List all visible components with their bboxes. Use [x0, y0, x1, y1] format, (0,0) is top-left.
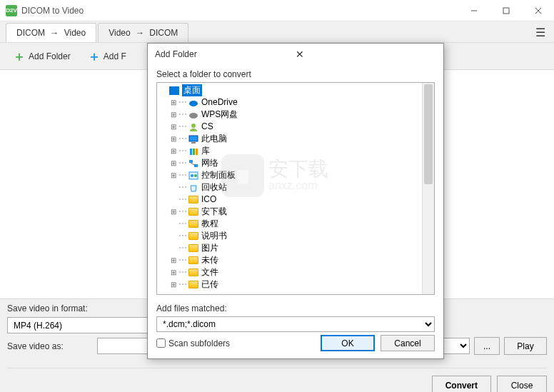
tree-item[interactable]: ⊞⋯控制面板 — [158, 169, 433, 181]
dialog-title-text: Add Folder — [155, 49, 290, 59]
control-icon — [188, 171, 199, 181]
tree-item[interactable]: ⊞⋯CS — [158, 121, 433, 133]
scan-subfolders-checkbox[interactable] — [156, 338, 166, 348]
dialog-close-icon[interactable]: ✕ — [290, 46, 436, 63]
tree-item[interactable]: 桌面 — [158, 84, 433, 96]
network-icon — [188, 159, 199, 169]
match-label: Add files matched: — [156, 303, 227, 313]
tree-item[interactable]: ⋯回收站 — [158, 181, 433, 194]
folder-tree[interactable]: 桌面⊞⋯OneDrive⊞⋯WPS网盘⊞⋯CS⊞⋯此电脑⊞⋯库⊞⋯网络⊞⋯控制面… — [156, 82, 435, 295]
folder-icon — [188, 207, 199, 217]
folder-icon — [188, 231, 199, 241]
svg-rect-14 — [189, 160, 193, 163]
tree-item[interactable]: ⋯说明书 — [158, 230, 433, 242]
ok-button[interactable]: OK — [321, 335, 375, 351]
tree-item[interactable]: ⊞⋯OneDrive — [158, 96, 433, 109]
tree-item-label: 网络 — [201, 157, 218, 169]
tree-item-label: 安下载 — [201, 206, 227, 218]
tree-item-label: 控制面板 — [201, 169, 236, 181]
tree-item[interactable]: ⊞⋯库 — [158, 145, 433, 157]
svg-rect-15 — [194, 164, 198, 167]
svg-rect-11 — [190, 149, 192, 155]
expand-icon[interactable]: ⊞ — [168, 266, 178, 278]
tree-item[interactable]: ⊞⋯未传 — [158, 254, 433, 266]
expand-icon[interactable]: ⊞ — [168, 278, 178, 291]
cloud-gray-icon — [188, 110, 199, 120]
tree-item[interactable]: ⊞⋯文件 — [158, 266, 433, 278]
tree-item[interactable]: ⊞⋯已传 — [158, 278, 433, 291]
folder-icon — [188, 280, 199, 290]
tree-item-label: OneDrive — [201, 96, 238, 109]
pc-icon — [188, 134, 199, 144]
match-pattern-select[interactable]: *.dcm;*.dicom — [156, 316, 435, 332]
tree-item-label: 已传 — [201, 278, 218, 291]
folder-icon — [188, 195, 199, 205]
tree-item[interactable]: ⊞⋯WPS网盘 — [158, 109, 433, 121]
expand-icon[interactable]: ⊞ — [168, 254, 178, 266]
expand-icon[interactable]: ⊞ — [168, 121, 178, 133]
recycle-icon — [188, 183, 199, 193]
tree-item[interactable]: ⋯教程 — [158, 218, 433, 230]
svg-rect-10 — [191, 142, 196, 144]
tree-item-label: 文件 — [201, 266, 218, 278]
svg-rect-12 — [193, 149, 195, 155]
tree-item[interactable]: ⋯图片 — [158, 242, 433, 254]
scrollbar[interactable] — [422, 83, 434, 294]
svg-point-18 — [191, 174, 193, 177]
desktop-icon — [168, 86, 180, 96]
dialog-titlebar: Add Folder ✕ — [148, 44, 443, 65]
tree-item-label: 说明书 — [201, 230, 227, 242]
svg-point-5 — [189, 101, 198, 106]
add-folder-dialog: Add Folder ✕ Select a folder to convert … — [147, 43, 444, 359]
dialog-prompt: Select a folder to convert — [156, 69, 435, 79]
tree-item-label: 回收站 — [201, 181, 227, 194]
expand-icon[interactable]: ⊞ — [168, 157, 178, 169]
svg-point-19 — [194, 174, 197, 177]
cancel-button[interactable]: Cancel — [381, 335, 435, 351]
cloud-blue-icon — [188, 98, 199, 108]
folder-icon — [188, 268, 199, 278]
tree-item-label: 库 — [201, 145, 210, 157]
expand-icon[interactable]: ⊞ — [168, 96, 178, 109]
expand-icon[interactable]: ⊞ — [168, 133, 178, 145]
scrollbar-thumb[interactable] — [424, 84, 433, 184]
scan-subfolders-label: Scan subfolders — [168, 338, 230, 348]
tree-item[interactable]: ⊞⋯网络 — [158, 157, 433, 169]
tree-item-label: 未传 — [201, 254, 218, 266]
folder-icon — [188, 219, 199, 229]
tree-item[interactable]: ⊞⋯安下载 — [158, 206, 433, 218]
tree-item-label: 此电脑 — [201, 133, 227, 145]
tree-item[interactable]: ⊞⋯此电脑 — [158, 133, 433, 145]
library-icon — [188, 146, 199, 156]
expand-icon[interactable]: ⊞ — [168, 145, 178, 157]
svg-rect-9 — [189, 136, 198, 141]
svg-point-8 — [190, 129, 197, 131]
svg-rect-13 — [196, 149, 198, 155]
folder-icon — [188, 256, 199, 266]
tree-item-label: CS — [201, 121, 213, 133]
tree-item-label: 教程 — [201, 218, 218, 230]
expand-icon[interactable]: ⊞ — [168, 169, 178, 181]
folder-icon — [188, 243, 199, 253]
expand-icon[interactable]: ⊞ — [168, 109, 178, 121]
dialog-overlay: Add Folder ✕ Select a folder to convert … — [0, 0, 554, 392]
tree-item-label: 桌面 — [182, 84, 202, 96]
expand-icon[interactable]: ⊞ — [168, 206, 178, 218]
tree-item-label: ICO — [201, 194, 216, 206]
tree-item-label: 图片 — [201, 242, 218, 254]
svg-rect-4 — [169, 86, 179, 95]
tree-item[interactable]: ⋯ICO — [158, 194, 433, 206]
user-icon — [188, 122, 199, 132]
svg-point-6 — [189, 113, 198, 119]
svg-point-7 — [191, 124, 196, 128]
tree-item-label: WPS网盘 — [201, 109, 238, 121]
